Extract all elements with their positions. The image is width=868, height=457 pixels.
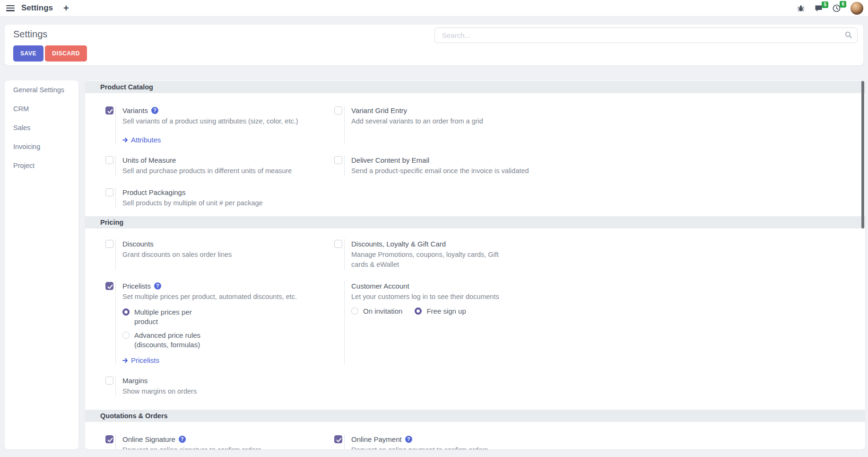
setting-left-pane bbox=[105, 239, 115, 270]
setting-right-pane: Discounts Grant discounts on sales order… bbox=[115, 239, 334, 270]
activities-count-badge: 6 bbox=[840, 1, 846, 8]
setting-right-pane: Discounts, Loyalty & Gift Card Manage Pr… bbox=[344, 239, 563, 270]
hamburger-menu-icon[interactable] bbox=[6, 5, 15, 11]
section-header-product-catalog: Product Catalog bbox=[85, 81, 865, 93]
variants-checkbox[interactable] bbox=[105, 106, 113, 114]
setting-description: Sell products by multiple of unit # per … bbox=[122, 198, 334, 208]
app-title[interactable]: Settings bbox=[21, 3, 53, 13]
radio-label: Advanced price rules (discounts, formula… bbox=[134, 331, 209, 350]
radio-label: Free sign up bbox=[426, 307, 466, 316]
pricelists-link[interactable]: Pricelists bbox=[122, 356, 159, 364]
activities-clock-icon[interactable]: 6 bbox=[833, 4, 841, 12]
settings-content: Product Catalog Variants ? Sell variants… bbox=[85, 80, 865, 449]
help-icon[interactable]: ? bbox=[179, 436, 186, 443]
search-input[interactable] bbox=[434, 27, 858, 43]
radio-option-on-invitation[interactable]: On invitation bbox=[351, 307, 402, 316]
help-icon[interactable]: ? bbox=[154, 282, 161, 290]
check-icon bbox=[107, 109, 113, 114]
attributes-link[interactable]: Attributes bbox=[122, 136, 161, 144]
messages-icon[interactable]: 5 bbox=[815, 5, 823, 12]
setting-product-packagings: Product Packagings Sell products by mult… bbox=[105, 187, 334, 208]
pricelists-radio-group: Multiple prices per product Advanced pri… bbox=[122, 308, 334, 350]
discounts-checkbox[interactable] bbox=[105, 240, 113, 248]
setting-label: Product Packagings bbox=[122, 188, 185, 196]
setting-description: Grant discounts on sales order lines bbox=[122, 250, 334, 260]
radio-button[interactable] bbox=[122, 332, 130, 339]
setting-left-pane bbox=[105, 155, 115, 176]
help-icon[interactable]: ? bbox=[405, 436, 412, 443]
setting-label: Variants bbox=[122, 106, 148, 114]
setting-left-pane bbox=[334, 239, 344, 270]
setting-left-pane bbox=[105, 187, 115, 208]
user-avatar[interactable] bbox=[851, 2, 863, 15]
pricelists-checkbox[interactable] bbox=[105, 282, 113, 290]
variant-grid-entry-checkbox[interactable] bbox=[334, 106, 342, 114]
sidebar-item-invoicing[interactable]: Invoicing bbox=[5, 137, 78, 156]
settings-sidebar: General Settings CRM Sales Invoicing Pro… bbox=[5, 80, 78, 449]
setting-variant-grid-entry: Variant Grid Entry Add several variants … bbox=[334, 105, 563, 144]
discard-button[interactable]: DISCARD bbox=[45, 45, 87, 62]
setting-left-pane bbox=[105, 281, 115, 364]
bug-glyph bbox=[797, 5, 805, 12]
arrow-right-icon bbox=[122, 358, 128, 363]
control-panel: Settings SAVE DISCARD bbox=[5, 25, 863, 65]
setting-right-pane: Product Packagings Sell products by mult… bbox=[115, 187, 334, 208]
debug-bug-icon[interactable] bbox=[797, 5, 805, 12]
setting-pricelists: Pricelists ? Set multiple prices per pro… bbox=[105, 281, 334, 364]
setting-variants: Variants ? Sell variants of a product us… bbox=[105, 105, 334, 144]
sidebar-item-sales[interactable]: Sales bbox=[5, 118, 78, 137]
setting-description: Request an online signature to confirm o… bbox=[122, 445, 334, 449]
setting-online-payment: Online Payment ? Request an online payme… bbox=[334, 434, 563, 449]
online-payment-checkbox[interactable] bbox=[334, 435, 342, 443]
setting-description: Let your customers log in to see their d… bbox=[351, 292, 563, 302]
section-pricing: Discounts Grant discounts on sales order… bbox=[105, 239, 563, 408]
margins-checkbox[interactable] bbox=[105, 377, 113, 385]
setting-deliver-content-by-email: Deliver Content by Email Send a product-… bbox=[334, 155, 563, 176]
deliver-content-checkbox[interactable] bbox=[334, 156, 342, 164]
radio-option-free-sign-up[interactable]: Free sign up bbox=[415, 307, 466, 316]
setting-left-pane bbox=[334, 105, 344, 144]
product-packagings-checkbox[interactable] bbox=[105, 188, 113, 196]
section-product-catalog: Variants ? Sell variants of a product us… bbox=[105, 105, 563, 220]
search-icon[interactable] bbox=[845, 31, 852, 39]
setting-label: Margins bbox=[122, 377, 148, 385]
sidebar-item-crm[interactable]: CRM bbox=[5, 99, 78, 118]
sidebar-item-project[interactable]: Project bbox=[5, 156, 78, 175]
setting-description: Request an online payment to confirm ord… bbox=[351, 445, 563, 449]
setting-label: Discounts bbox=[122, 240, 154, 248]
check-icon bbox=[336, 438, 342, 443]
plus-icon[interactable]: + bbox=[63, 3, 69, 13]
help-icon[interactable]: ? bbox=[151, 107, 158, 114]
check-icon bbox=[107, 284, 113, 290]
radio-button[interactable] bbox=[415, 308, 422, 315]
clock-glyph bbox=[833, 4, 841, 12]
setting-description: Add several variants to an order from a … bbox=[351, 116, 563, 126]
radio-button[interactable] bbox=[351, 308, 358, 315]
setting-description: Sell and purchase products in different … bbox=[122, 166, 334, 176]
save-button[interactable]: SAVE bbox=[13, 45, 43, 62]
check-icon bbox=[107, 438, 113, 443]
radio-label: Multiple prices per product bbox=[134, 308, 209, 326]
setting-label: Units of Measure bbox=[122, 156, 176, 164]
setting-label: Deliver Content by Email bbox=[351, 156, 429, 164]
sidebar-item-general-settings[interactable]: General Settings bbox=[5, 80, 78, 99]
setting-units-of-measure: Units of Measure Sell and purchase produ… bbox=[105, 155, 334, 176]
setting-right-pane: Online Payment ? Request an online payme… bbox=[344, 434, 563, 449]
setting-right-pane: Online Signature ? Request an online sig… bbox=[115, 434, 334, 449]
setting-right-pane: Variants ? Sell variants of a product us… bbox=[115, 105, 334, 144]
setting-margins: Margins Show margins on orders bbox=[105, 376, 334, 396]
radio-label: On invitation bbox=[363, 307, 402, 316]
radio-option-advanced-price-rules[interactable]: Advanced price rules (discounts, formula… bbox=[122, 331, 334, 350]
radio-button[interactable] bbox=[122, 308, 130, 316]
setting-description: Set multiple prices per product, automat… bbox=[122, 292, 334, 302]
setting-label: Variant Grid Entry bbox=[351, 106, 407, 114]
loyalty-checkbox[interactable] bbox=[334, 240, 342, 248]
units-of-measure-checkbox[interactable] bbox=[105, 156, 113, 164]
setting-description: Sell variants of a product using attribu… bbox=[122, 116, 334, 126]
radio-option-multiple-prices[interactable]: Multiple prices per product bbox=[122, 308, 334, 326]
vertical-scrollbar-thumb[interactable] bbox=[861, 81, 864, 228]
link-label: Pricelists bbox=[131, 356, 159, 364]
setting-right-pane: Variant Grid Entry Add several variants … bbox=[344, 105, 563, 144]
setting-description: Manage Promotions, coupons, loyalty card… bbox=[351, 250, 507, 270]
online-signature-checkbox[interactable] bbox=[105, 435, 113, 443]
